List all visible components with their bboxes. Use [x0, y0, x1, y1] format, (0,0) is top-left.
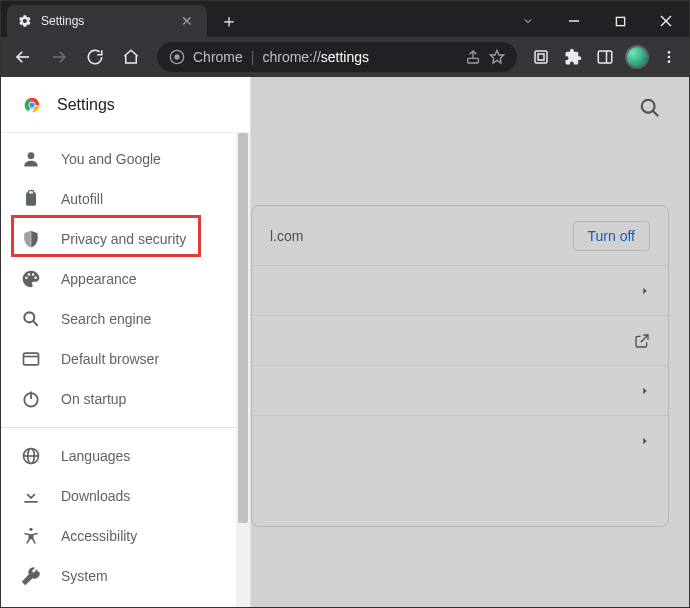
extension-icon-1[interactable] [527, 43, 555, 71]
sidebar-separator [1, 427, 250, 428]
dim-overlay [251, 77, 689, 607]
svg-point-23 [24, 312, 34, 322]
settings-sidebar: Settings You and Google Autofill Privacy… [1, 77, 251, 607]
svg-point-15 [668, 56, 671, 59]
sidebar-header: Settings [1, 77, 250, 133]
tab-title: Settings [41, 14, 84, 28]
scrollbar-thumb[interactable] [238, 133, 248, 523]
svg-point-7 [174, 54, 179, 59]
svg-point-20 [28, 152, 35, 159]
back-button[interactable] [7, 41, 39, 73]
shield-icon [21, 229, 41, 249]
sidebar-item-on-startup[interactable]: On startup [1, 379, 238, 419]
sidebar-item-label: Languages [61, 448, 130, 464]
kebab-menu-icon[interactable] [655, 43, 683, 71]
sidebar-item-autofill[interactable]: Autofill [1, 179, 238, 219]
share-icon[interactable] [465, 49, 481, 65]
browser-window-icon [21, 349, 41, 369]
svg-rect-25 [24, 353, 39, 365]
main-content: l.com Turn off [251, 77, 689, 607]
sidebar-item-default-browser[interactable]: Default browser [1, 339, 238, 379]
forward-button[interactable] [43, 41, 75, 73]
svg-point-16 [668, 60, 671, 63]
sidebar-item-languages[interactable]: Languages [1, 436, 238, 476]
sidebar-item-label: Default browser [61, 351, 159, 367]
svg-rect-22 [29, 191, 34, 194]
sidebar-item-reset[interactable]: Reset and clean up [1, 596, 238, 607]
sidebar-item-label: On startup [61, 391, 126, 407]
address-bar[interactable]: Chrome | chrome://settings [157, 42, 517, 72]
sidebar-item-search-engine[interactable]: Search engine [1, 299, 238, 339]
sidebar-item-appearance[interactable]: Appearance [1, 259, 238, 299]
svg-rect-12 [598, 51, 612, 63]
sidepanel-icon[interactable] [591, 43, 619, 71]
clipboard-icon [21, 189, 41, 209]
power-icon [21, 389, 41, 409]
svg-rect-1 [616, 17, 624, 25]
window-controls [505, 5, 689, 37]
accessibility-icon [21, 526, 41, 546]
sidebar-item-label: Privacy and security [61, 231, 186, 247]
reload-button[interactable] [79, 41, 111, 73]
omnibox-separator: | [251, 49, 255, 65]
palette-icon [21, 269, 41, 289]
svg-marker-9 [490, 50, 503, 63]
person-icon [21, 149, 41, 169]
sidebar-item-label: You and Google [61, 151, 161, 167]
chrome-logo-icon [21, 94, 43, 116]
wrench-icon [21, 566, 41, 586]
titlebar: Settings ✕ ＋ [1, 1, 689, 37]
globe-icon [21, 446, 41, 466]
close-window-button[interactable] [643, 5, 689, 37]
sidebar-item-privacy-security[interactable]: Privacy and security [1, 219, 238, 259]
sidebar-item-label: Accessibility [61, 528, 137, 544]
browser-toolbar: Chrome | chrome://settings [1, 37, 689, 77]
home-button[interactable] [115, 41, 147, 73]
svg-rect-11 [538, 54, 544, 60]
star-icon[interactable] [489, 49, 505, 65]
sidebar-item-label: Autofill [61, 191, 103, 207]
sidebar-item-downloads[interactable]: Downloads [1, 476, 238, 516]
sidebar-item-you-and-google[interactable]: You and Google [1, 139, 238, 179]
gear-icon [17, 13, 33, 29]
svg-line-24 [33, 321, 38, 326]
extensions-puzzle-icon[interactable] [559, 43, 587, 71]
close-tab-icon[interactable]: ✕ [177, 13, 197, 29]
svg-point-14 [668, 51, 671, 54]
svg-rect-10 [535, 51, 547, 63]
browser-tab[interactable]: Settings ✕ [7, 5, 207, 37]
new-tab-button[interactable]: ＋ [215, 7, 243, 35]
sidebar-title: Settings [57, 96, 115, 114]
download-icon [21, 486, 41, 506]
sidebar-item-label: Downloads [61, 488, 130, 504]
magnifier-icon [21, 309, 41, 329]
profile-avatar[interactable] [623, 43, 651, 71]
sidebar-item-label: Appearance [61, 271, 137, 287]
chrome-mono-icon [169, 49, 185, 65]
minimize-button[interactable] [551, 5, 597, 37]
omnibox-url: chrome://settings [262, 49, 369, 65]
dropdown-icon[interactable] [505, 5, 551, 37]
sidebar-scrollbar[interactable] [236, 133, 250, 607]
sidebar-list: You and Google Autofill Privacy and secu… [1, 133, 250, 607]
omnibox-prefix: Chrome [193, 49, 243, 65]
sidebar-item-system[interactable]: System [1, 556, 238, 596]
sidebar-item-accessibility[interactable]: Accessibility [1, 516, 238, 556]
tabstrip: Settings ✕ ＋ [1, 1, 243, 37]
maximize-button[interactable] [597, 5, 643, 37]
svg-point-32 [29, 528, 32, 531]
svg-rect-8 [468, 58, 479, 63]
restore-icon [21, 606, 41, 607]
sidebar-item-label: System [61, 568, 108, 584]
sidebar-item-label: Search engine [61, 311, 151, 327]
